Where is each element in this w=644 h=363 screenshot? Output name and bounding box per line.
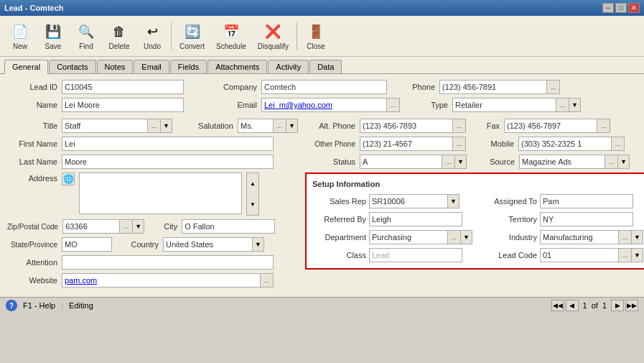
tab-activity[interactable]: Activity	[268, 60, 309, 73]
website-more-button[interactable]: …	[261, 273, 274, 288]
address-scroll-up[interactable]: ▲	[247, 173, 258, 194]
first-name-input[interactable]	[62, 137, 274, 151]
name-input[interactable]	[62, 98, 184, 112]
find-button[interactable]: 🔍 Find	[70, 19, 102, 53]
zip-more-button[interactable]: …	[120, 219, 133, 234]
title-more-button[interactable]: …	[148, 119, 161, 133]
undo-button[interactable]: ↩ Undo	[136, 19, 168, 53]
department-input[interactable]	[369, 230, 448, 244]
mobile-wrapper: …	[518, 137, 625, 151]
type-dd-button[interactable]: ▼	[569, 98, 581, 112]
setup-row-sales-rep: Sales Rep ▼	[312, 194, 472, 208]
country-input[interactable]	[163, 237, 253, 252]
disqualify-button[interactable]: ❌ Disqualify	[253, 19, 294, 53]
lead-code-dd-button[interactable]: ▼	[632, 248, 643, 262]
type-input[interactable]	[452, 98, 556, 112]
phone-input[interactable]	[439, 80, 547, 94]
maximize-button[interactable]: □	[615, 3, 627, 13]
mobile-input[interactable]	[518, 137, 612, 151]
lead-code-input[interactable]	[540, 248, 619, 262]
address-scroll-down[interactable]: ▼	[247, 194, 258, 215]
company-input[interactable]	[261, 80, 387, 94]
class-input[interactable]	[369, 248, 462, 262]
nav-prev-button[interactable]: ◀	[566, 300, 579, 311]
alt-phone-input[interactable]	[360, 119, 453, 133]
salutation-more-button[interactable]: …	[274, 119, 286, 133]
close-button[interactable]: 🚪 Close	[300, 19, 332, 53]
tab-attachments[interactable]: Attachments	[207, 60, 267, 73]
address-globe-button[interactable]: 🌐	[62, 173, 75, 185]
nav-last-button[interactable]: ▶▶	[625, 300, 638, 311]
phone-more-button[interactable]: …	[547, 80, 560, 94]
sales-rep-dd-button[interactable]: ▼	[448, 194, 459, 208]
type-more-button[interactable]: …	[556, 98, 569, 112]
attention-input[interactable]	[62, 255, 274, 270]
status-more-button[interactable]: …	[442, 155, 455, 169]
territory-input[interactable]	[540, 212, 633, 226]
delete-label: Delete	[109, 42, 130, 50]
other-phone-more-button[interactable]: …	[453, 137, 466, 151]
alt-phone-more-button[interactable]: …	[453, 119, 466, 133]
referred-by-input[interactable]	[369, 212, 462, 226]
sales-rep-input[interactable]	[369, 194, 448, 208]
email-label: Email	[214, 101, 257, 109]
company-label: Company	[214, 83, 257, 91]
email-more-button[interactable]: …	[387, 98, 400, 112]
country-dd-button[interactable]: ▼	[253, 237, 264, 252]
row-lastname: Last Name	[7, 155, 298, 169]
state-input[interactable]	[62, 237, 112, 252]
industry-more-button[interactable]: …	[619, 230, 632, 244]
fax-more-button[interactable]: …	[597, 119, 610, 133]
assigned-to-input[interactable]	[540, 194, 633, 208]
tab-fields[interactable]: Fields	[170, 60, 207, 73]
salutation-input[interactable]	[238, 119, 274, 133]
new-label: New	[13, 42, 27, 50]
tab-general[interactable]: General	[4, 60, 48, 74]
industry-label: Industry	[483, 233, 537, 242]
save-button[interactable]: 💾 Save	[37, 19, 69, 53]
delete-button[interactable]: 🗑 Delete	[103, 19, 135, 53]
tab-contacts[interactable]: Contacts	[49, 60, 95, 73]
department-more-button[interactable]: …	[448, 230, 461, 244]
other-phone-input[interactable]	[360, 137, 453, 151]
close-window-button[interactable]: ✕	[628, 3, 640, 13]
salutation-wrapper: … ▼	[238, 119, 298, 133]
address-textarea[interactable]	[79, 173, 242, 214]
salutation-dd-button[interactable]: ▼	[286, 119, 298, 133]
city-input[interactable]	[182, 219, 275, 234]
zip-dd-button[interactable]: ▼	[133, 219, 144, 234]
tab-data[interactable]: Data	[309, 60, 342, 73]
undo-label: Undo	[144, 42, 161, 50]
source-input[interactable]	[519, 155, 605, 169]
title-input[interactable]	[62, 119, 148, 133]
website-input[interactable]	[62, 273, 261, 288]
industry-input[interactable]	[540, 230, 619, 244]
last-name-input[interactable]	[62, 155, 274, 169]
nav-first-button[interactable]: ◀◀	[551, 300, 564, 311]
convert-label: Convert	[179, 42, 205, 50]
nav-next-button[interactable]: ▶	[611, 300, 624, 311]
status-wrapper: … ▼	[360, 155, 467, 169]
help-icon[interactable]: ?	[6, 300, 17, 311]
tab-notes[interactable]: Notes	[97, 60, 134, 73]
title-bar: Lead - Comtech − □ ✕	[0, 0, 644, 16]
lead-id-input[interactable]	[62, 80, 184, 94]
lead-code-more-button[interactable]: …	[619, 248, 632, 262]
status-input[interactable]	[360, 155, 442, 169]
source-dd-button[interactable]: ▼	[618, 155, 630, 169]
setup-information-box: Setup Information Sales Rep ▼ Assigned T…	[305, 173, 644, 270]
zip-input[interactable]	[62, 219, 120, 234]
source-more-button[interactable]: …	[605, 155, 618, 169]
minimize-button[interactable]: −	[602, 3, 614, 13]
convert-button[interactable]: 🔄 Convert	[174, 19, 210, 53]
fax-input[interactable]	[504, 119, 597, 133]
new-button[interactable]: 📄 New	[4, 19, 36, 53]
email-input[interactable]	[261, 98, 387, 112]
department-dd-button[interactable]: ▼	[461, 230, 472, 244]
schedule-button[interactable]: 📅 Schedule	[211, 19, 251, 53]
tab-email[interactable]: Email	[134, 60, 169, 73]
title-dd-button[interactable]: ▼	[161, 119, 172, 133]
industry-dd-button[interactable]: ▼	[632, 230, 643, 244]
mobile-more-button[interactable]: …	[612, 137, 625, 151]
status-dd-button[interactable]: ▼	[455, 155, 467, 169]
